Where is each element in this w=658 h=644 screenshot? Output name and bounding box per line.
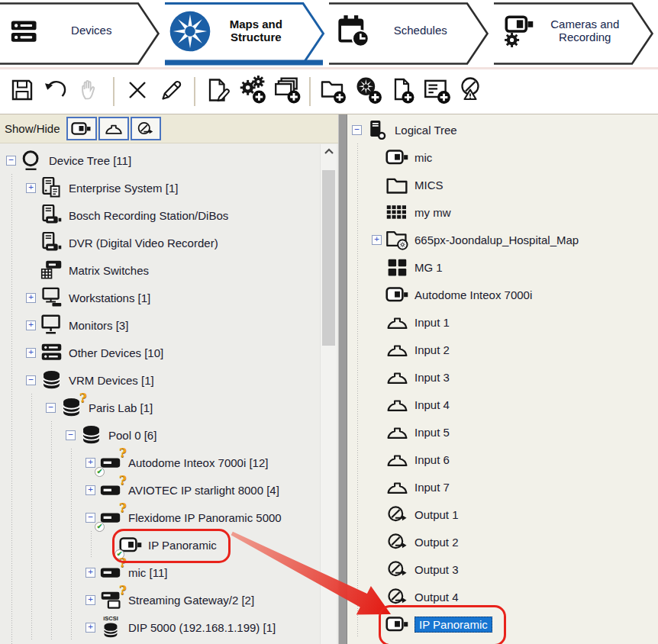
- tree-item-autodome-inteox-7000i[interactable]: Autodome Inteox 7000i: [347, 281, 658, 308]
- expand-toggle[interactable]: −: [46, 403, 56, 413]
- tree-item-label[interactable]: Paris Lab [1]: [89, 401, 153, 414]
- expand-toggle[interactable]: −: [26, 375, 36, 385]
- tree-item-blank[interactable]: [0, 641, 338, 644]
- delete-x-button[interactable]: [120, 74, 154, 109]
- tree-item-output-4[interactable]: Output 4: [347, 583, 658, 610]
- tab-cameras-and-recording[interactable]: Cameras and Recording: [494, 0, 658, 67]
- tree-item-label[interactable]: Output 3: [414, 563, 459, 576]
- tree-item-dvr-digital-video-recorder[interactable]: DVR (Digital Video Recorder): [0, 229, 338, 256]
- tree-item-label[interactable]: Input 7: [414, 481, 450, 494]
- tree-item-label[interactable]: Input 6: [414, 453, 450, 466]
- scrollbar[interactable]: [320, 144, 337, 644]
- tree-item-label[interactable]: Input 3: [414, 371, 450, 384]
- tree-item-monitors-3[interactable]: +Monitors [3]: [0, 311, 338, 339]
- tree-item-label[interactable]: Pool 0 [6]: [108, 429, 156, 442]
- tree-item-device-tree-11[interactable]: −Device Tree [11]: [0, 147, 338, 174]
- add-document-button[interactable]: [385, 74, 419, 109]
- tree-item-label[interactable]: mic [11]: [128, 566, 167, 579]
- expand-toggle[interactable]: +: [85, 623, 95, 633]
- tree-item-output-3[interactable]: Output 3: [347, 555, 658, 583]
- tree-item-logical-tree[interactable]: −Logical Tree: [347, 116, 658, 143]
- tree-item-mic[interactable]: mic: [347, 143, 658, 171]
- tree-item-label[interactable]: Autodome Inteox 7000i: [414, 288, 532, 301]
- tree-item-label[interactable]: Flexidome IP Panoramic 5000: [128, 511, 282, 524]
- tree-item-streaming-gateway-2-2[interactable]: +?Streaming Gateway/2 [2]: [0, 586, 338, 613]
- tree-item-label[interactable]: DIP 5000 (192.168.1.199) [1]: [128, 621, 276, 634]
- tree-item-dip-5000-192-168-1-199-1[interactable]: +iSCSIDIP 5000 (192.168.1.199) [1]: [0, 613, 338, 641]
- tree-item-pool-0-6[interactable]: −Pool 0 [6]: [0, 421, 338, 449]
- expand-toggle[interactable]: +: [26, 183, 36, 193]
- tab-maps-and-structure[interactable]: Maps and Structure: [165, 0, 330, 67]
- panel-splitter[interactable]: [338, 114, 347, 644]
- tree-item-input-5[interactable]: Input 5: [347, 418, 658, 446]
- tree-item-label[interactable]: IP Panoramic: [414, 617, 492, 633]
- tab-schedules[interactable]: Schedules: [329, 0, 494, 67]
- malfunction-relay-button[interactable]: [453, 74, 488, 109]
- expand-toggle[interactable]: +: [85, 458, 95, 468]
- expand-toggle[interactable]: +: [85, 595, 95, 605]
- tree-item-label[interactable]: VRM Devices [1]: [69, 374, 154, 387]
- tree-item-input-7[interactable]: Input 7: [347, 473, 658, 501]
- tree-item-label[interactable]: MG 1: [414, 261, 443, 274]
- tree-item-mic-11[interactable]: +?mic [11]: [0, 559, 338, 586]
- tree-item-label[interactable]: Input 1: [414, 316, 450, 329]
- tree-item-label[interactable]: Input 2: [414, 343, 450, 356]
- tree-item-mg-1[interactable]: MG 1: [347, 253, 658, 281]
- add-map-button[interactable]: [350, 74, 385, 109]
- add-gears-button[interactable]: [235, 74, 269, 109]
- tree-item-label[interactable]: Workstations [1]: [69, 291, 150, 304]
- tree-item-matrix-switches[interactable]: Matrix Switches: [0, 256, 338, 284]
- tree-item-input-4[interactable]: Input 4: [347, 391, 658, 418]
- tree-item-aviotec-ip-starlight-8000-4[interactable]: +?AVIOTEC IP starlight 8000 [4]: [0, 476, 338, 504]
- tab-devices[interactable]: Devices: [0, 0, 165, 67]
- tree-item-label[interactable]: Monitors [3]: [69, 319, 128, 332]
- tree-item-bosch-recording-station-dibos[interactable]: Bosch Recording Station/DiBos: [0, 201, 338, 229]
- expand-toggle[interactable]: +: [26, 293, 36, 303]
- tree-item-label[interactable]: Matrix Switches: [69, 264, 149, 277]
- tree-item-ip-panoramic[interactable]: ✔IP Panoramic: [0, 531, 338, 559]
- tree-item-ip-panoramic[interactable]: IP Panoramic: [347, 610, 658, 638]
- tree-item-mics[interactable]: MICS: [347, 171, 658, 198]
- tree-item-label[interactable]: MICS: [414, 179, 444, 192]
- expand-toggle[interactable]: +: [85, 568, 95, 578]
- tree-item-label[interactable]: Other Devices [10]: [69, 346, 163, 359]
- tree-item-label[interactable]: Output 2: [414, 536, 459, 549]
- tree-item-label[interactable]: Input 4: [414, 398, 450, 411]
- output-filter-toggle[interactable]: [131, 117, 161, 140]
- expand-toggle[interactable]: −: [85, 513, 95, 523]
- tree-item-label[interactable]: Input 5: [414, 426, 450, 439]
- add-resources-button[interactable]: [269, 74, 304, 109]
- tree-item-label[interactable]: DVR (Digital Video Recorder): [69, 237, 218, 250]
- tree-item-input-1[interactable]: Input 1: [347, 308, 658, 336]
- expand-toggle[interactable]: +: [26, 320, 36, 330]
- tree-item-enterprise-system-1[interactable]: +Enterprise System [1]: [0, 174, 338, 201]
- tree-item-label[interactable]: AVIOTEC IP starlight 8000 [4]: [128, 484, 279, 497]
- tree-item-input-3[interactable]: Input 3: [347, 363, 658, 391]
- tree-item-label[interactable]: Device Tree [11]: [49, 154, 131, 167]
- expand-toggle[interactable]: +: [372, 235, 382, 245]
- tree-item-label[interactable]: Output 4: [414, 591, 459, 604]
- tree-item-label[interactable]: mic: [414, 151, 432, 164]
- expand-toggle[interactable]: −: [6, 156, 16, 166]
- tree-item-label[interactable]: 665px-Joondalup_Hospital_Map: [414, 233, 579, 246]
- tree-item-vrm-devices-1[interactable]: −VRM Devices [1]: [0, 366, 338, 394]
- tree-item-label[interactable]: Logical Tree: [395, 124, 457, 137]
- tree-item-label[interactable]: IP Panoramic: [148, 539, 217, 552]
- tree-item-output-2[interactable]: Output 2: [347, 528, 658, 555]
- tree-item-label[interactable]: Streaming Gateway/2 [2]: [128, 594, 254, 607]
- undo-button[interactable]: [39, 74, 73, 109]
- save-button[interactable]: [5, 74, 39, 109]
- rename-pencil-button[interactable]: [154, 74, 189, 109]
- expand-toggle[interactable]: −: [66, 430, 76, 440]
- camera-filter-toggle[interactable]: [66, 117, 97, 140]
- edit-resource-button[interactable]: [201, 74, 235, 109]
- tree-item-my-mw[interactable]: my mw: [347, 198, 658, 226]
- tree-item-label[interactable]: Bosch Recording Station/DiBos: [69, 209, 228, 222]
- tree-item-label[interactable]: Autodome Inteox 7000i [12]: [128, 456, 268, 469]
- add-folder-button[interactable]: [316, 74, 350, 109]
- tree-item-input-6[interactable]: Input 6: [347, 446, 658, 473]
- add-form-button[interactable]: [419, 74, 453, 109]
- tree-item-label[interactable]: my mw: [414, 206, 451, 219]
- scrollbar-thumb[interactable]: [322, 170, 335, 346]
- tree-item-paris-lab-1[interactable]: −?Paris Lab [1]: [0, 394, 338, 421]
